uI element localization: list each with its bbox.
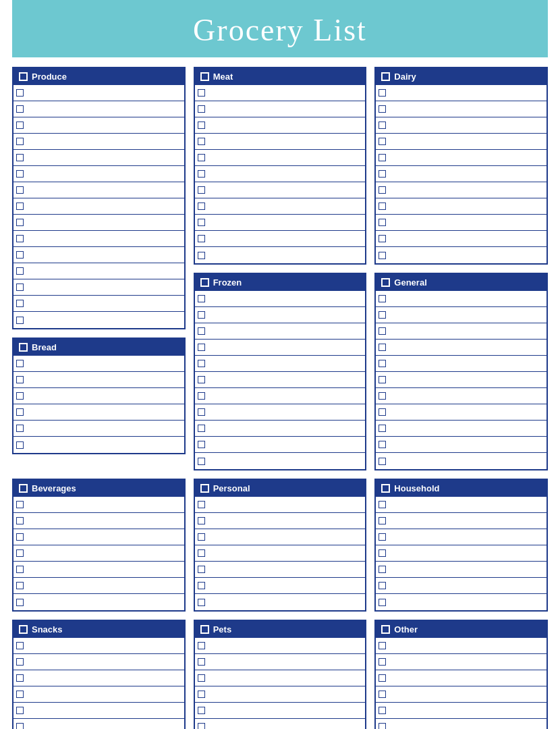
row-checkbox[interactable] bbox=[16, 235, 24, 242]
row-checkbox[interactable] bbox=[16, 170, 24, 178]
header-checkbox-general[interactable] bbox=[381, 278, 390, 287]
row-checkbox[interactable] bbox=[379, 566, 386, 573]
row-checkbox[interactable] bbox=[379, 707, 386, 714]
row-checkbox[interactable] bbox=[198, 327, 205, 335]
row-checkbox[interactable] bbox=[16, 642, 24, 649]
row-checkbox[interactable] bbox=[16, 501, 24, 508]
header-checkbox-bread[interactable] bbox=[19, 343, 28, 352]
row-checkbox[interactable] bbox=[16, 300, 24, 307]
row-checkbox[interactable] bbox=[16, 89, 24, 97]
row-checkbox[interactable] bbox=[379, 501, 386, 508]
row-checkbox[interactable] bbox=[16, 566, 24, 573]
row-checkbox[interactable] bbox=[198, 458, 205, 465]
row-checkbox[interactable] bbox=[379, 202, 386, 210]
row-checkbox[interactable] bbox=[16, 691, 24, 698]
row-checkbox[interactable] bbox=[16, 658, 24, 666]
row-checkbox[interactable] bbox=[16, 517, 24, 524]
row-checkbox[interactable] bbox=[198, 202, 205, 210]
row-checkbox[interactable] bbox=[379, 295, 386, 302]
row-checkbox[interactable] bbox=[198, 154, 205, 161]
row-checkbox[interactable] bbox=[16, 186, 24, 194]
row-checkbox[interactable] bbox=[379, 327, 386, 335]
row-checkbox[interactable] bbox=[16, 392, 24, 400]
row-checkbox[interactable] bbox=[198, 89, 205, 97]
row-checkbox[interactable] bbox=[379, 252, 386, 259]
row-checkbox[interactable] bbox=[198, 566, 205, 573]
row-checkbox[interactable] bbox=[379, 311, 386, 319]
row-checkbox[interactable] bbox=[379, 658, 386, 666]
row-checkbox[interactable] bbox=[16, 674, 24, 682]
row-checkbox[interactable] bbox=[379, 599, 386, 606]
row-checkbox[interactable] bbox=[379, 89, 386, 97]
row-checkbox[interactable] bbox=[16, 707, 24, 714]
row-checkbox[interactable] bbox=[379, 122, 386, 129]
row-checkbox[interactable] bbox=[379, 360, 386, 367]
header-checkbox-personal[interactable] bbox=[200, 484, 209, 493]
header-checkbox-dairy[interactable] bbox=[381, 72, 390, 81]
row-checkbox[interactable] bbox=[16, 122, 24, 129]
row-checkbox[interactable] bbox=[16, 376, 24, 383]
row-checkbox[interactable] bbox=[198, 425, 205, 432]
row-checkbox[interactable] bbox=[198, 186, 205, 194]
row-checkbox[interactable] bbox=[379, 517, 386, 524]
row-checkbox[interactable] bbox=[16, 723, 24, 729]
row-checkbox[interactable] bbox=[198, 105, 205, 113]
header-checkbox-meat[interactable] bbox=[200, 72, 209, 81]
row-checkbox[interactable] bbox=[198, 170, 205, 178]
row-checkbox[interactable] bbox=[198, 138, 205, 145]
row-checkbox[interactable] bbox=[379, 549, 386, 557]
row-checkbox[interactable] bbox=[379, 458, 386, 465]
row-checkbox[interactable] bbox=[198, 501, 205, 508]
row-checkbox[interactable] bbox=[16, 441, 24, 449]
row-checkbox[interactable] bbox=[16, 599, 24, 606]
row-checkbox[interactable] bbox=[198, 235, 205, 242]
row-checkbox[interactable] bbox=[198, 392, 205, 400]
row-checkbox[interactable] bbox=[16, 251, 24, 259]
row-checkbox[interactable] bbox=[379, 170, 386, 178]
row-checkbox[interactable] bbox=[16, 267, 24, 275]
row-checkbox[interactable] bbox=[198, 441, 205, 448]
row-checkbox[interactable] bbox=[16, 219, 24, 226]
row-checkbox[interactable] bbox=[198, 707, 205, 714]
row-checkbox[interactable] bbox=[16, 284, 24, 291]
row-checkbox[interactable] bbox=[198, 549, 205, 557]
row-checkbox[interactable] bbox=[16, 408, 24, 416]
header-checkbox-beverages[interactable] bbox=[19, 484, 28, 493]
row-checkbox[interactable] bbox=[16, 533, 24, 541]
row-checkbox[interactable] bbox=[379, 408, 386, 416]
row-checkbox[interactable] bbox=[198, 376, 205, 383]
row-checkbox[interactable] bbox=[198, 408, 205, 416]
row-checkbox[interactable] bbox=[198, 122, 205, 129]
row-checkbox[interactable] bbox=[198, 674, 205, 682]
header-checkbox-pets[interactable] bbox=[200, 625, 209, 634]
row-checkbox[interactable] bbox=[198, 582, 205, 589]
row-checkbox[interactable] bbox=[379, 691, 386, 698]
row-checkbox[interactable] bbox=[379, 105, 386, 113]
row-checkbox[interactable] bbox=[16, 154, 24, 161]
row-checkbox[interactable] bbox=[16, 317, 24, 324]
row-checkbox[interactable] bbox=[198, 599, 205, 606]
row-checkbox[interactable] bbox=[198, 360, 205, 367]
row-checkbox[interactable] bbox=[379, 219, 386, 226]
row-checkbox[interactable] bbox=[379, 425, 386, 432]
row-checkbox[interactable] bbox=[198, 344, 205, 351]
row-checkbox[interactable] bbox=[379, 582, 386, 589]
row-checkbox[interactable] bbox=[198, 219, 205, 226]
row-checkbox[interactable] bbox=[379, 235, 386, 242]
row-checkbox[interactable] bbox=[379, 674, 386, 682]
row-checkbox[interactable] bbox=[379, 723, 386, 729]
row-checkbox[interactable] bbox=[198, 311, 205, 319]
row-checkbox[interactable] bbox=[379, 154, 386, 161]
row-checkbox[interactable] bbox=[16, 549, 24, 557]
row-checkbox[interactable] bbox=[16, 360, 24, 367]
row-checkbox[interactable] bbox=[198, 252, 205, 259]
row-checkbox[interactable] bbox=[16, 582, 24, 589]
row-checkbox[interactable] bbox=[198, 642, 205, 649]
row-checkbox[interactable] bbox=[198, 723, 205, 729]
header-checkbox-frozen[interactable] bbox=[200, 278, 209, 287]
row-checkbox[interactable] bbox=[16, 138, 24, 145]
row-checkbox[interactable] bbox=[379, 533, 386, 541]
row-checkbox[interactable] bbox=[198, 691, 205, 698]
row-checkbox[interactable] bbox=[16, 425, 24, 432]
row-checkbox[interactable] bbox=[198, 658, 205, 666]
